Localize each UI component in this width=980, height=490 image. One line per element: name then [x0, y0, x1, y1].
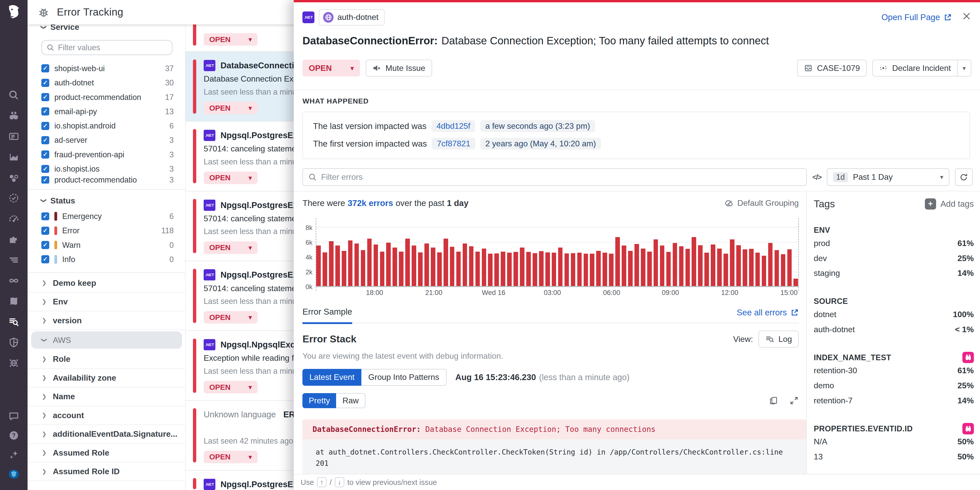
expand-icon[interactable] — [789, 396, 799, 405]
chart-bar[interactable] — [724, 254, 728, 286]
service-pill[interactable]: auth-dotnet — [319, 9, 385, 25]
status-filter-row[interactable]: ✓Error118 — [27, 224, 185, 238]
facet-name[interactable]: ❯Name — [27, 387, 185, 406]
chart-bar[interactable] — [367, 239, 372, 287]
view-log-button[interactable]: Log — [759, 331, 799, 347]
close-icon[interactable] — [962, 11, 971, 23]
checkbox-checked-icon[interactable]: ✓ — [41, 176, 49, 184]
chart-bar[interactable] — [514, 252, 518, 286]
chart-bar[interactable] — [756, 253, 760, 286]
time-range-dropdown[interactable]: 1d Past 1 Day ▾ — [827, 168, 950, 186]
facet-version[interactable]: ❯version — [27, 311, 185, 330]
checkbox-checked-icon[interactable]: ✓ — [41, 151, 49, 159]
pipelines-icon[interactable] — [0, 270, 27, 291]
facet-search-input[interactable] — [58, 43, 167, 52]
group-into-patterns-tab[interactable]: Group Into Patterns — [361, 369, 447, 386]
chart-bar[interactable] — [686, 249, 690, 286]
checkbox-checked-icon[interactable]: ✓ — [41, 165, 49, 173]
chart-bar[interactable] — [667, 252, 671, 286]
chart-bar[interactable] — [660, 246, 665, 286]
see-all-errors-link[interactable]: See all errors — [737, 308, 799, 317]
service-facet-header[interactable]: ❯ Service — [27, 24, 185, 36]
chart-bar[interactable] — [641, 249, 646, 286]
version-time-chip[interactable]: 2 years ago (May 4, 10:20 am) — [480, 138, 601, 150]
chart-bar[interactable] — [788, 249, 792, 286]
checkbox-checked-icon[interactable]: ✓ — [41, 79, 49, 87]
issue-status-dropdown[interactable]: OPEN▾ — [204, 171, 258, 184]
dashboards-icon[interactable] — [0, 126, 27, 147]
chart-bar[interactable] — [507, 253, 512, 286]
chart-bar[interactable] — [412, 246, 416, 286]
status-dropdown[interactable]: OPEN▾ — [302, 60, 360, 76]
chart-bar[interactable] — [316, 246, 321, 286]
stack-frame[interactable]: at auth_dotnet.Controllers.CheckControll… — [302, 439, 806, 478]
tag-value-row[interactable]: auth-dotnet< 1% — [814, 322, 974, 337]
code-view-icon[interactable]: </> — [812, 173, 821, 182]
chart-bar[interactable] — [456, 252, 461, 287]
chart-bar[interactable] — [546, 252, 550, 287]
metrics-icon[interactable] — [0, 147, 27, 167]
chart-bar[interactable] — [584, 254, 588, 286]
tag-value-row[interactable]: staging14% — [814, 266, 974, 281]
chart-bar[interactable] — [425, 243, 429, 287]
chart-bar[interactable] — [539, 251, 544, 286]
chart-bar[interactable] — [488, 254, 493, 286]
latest-event-tab[interactable]: Latest Event — [302, 369, 361, 386]
refresh-button[interactable] — [955, 168, 973, 186]
chart-bar[interactable] — [775, 250, 779, 287]
checkbox-checked-icon[interactable]: ✓ — [41, 136, 49, 144]
chart-bar[interactable] — [736, 245, 741, 286]
version-hash-chip[interactable]: 7cf87821 — [432, 138, 475, 150]
chart-bar[interactable] — [393, 247, 397, 287]
chart-bar[interactable] — [348, 240, 353, 286]
pretty-tab[interactable]: Pretty — [302, 393, 336, 408]
issue-status-dropdown[interactable]: OPEN▾ — [204, 33, 258, 46]
notebooks-icon[interactable] — [0, 291, 27, 312]
tag-value-row[interactable]: N/A50% — [814, 434, 974, 449]
copy-icon[interactable] — [769, 396, 778, 405]
chart-bar[interactable] — [781, 254, 786, 287]
help-icon[interactable]: ? — [0, 426, 27, 445]
chart-bar[interactable] — [552, 253, 556, 286]
chart-bar[interactable] — [615, 237, 620, 286]
facet-availability-zone[interactable]: ❯Availability zone — [27, 369, 185, 387]
issue-status-dropdown[interactable]: OPEN▾ — [204, 381, 258, 393]
service-filter-row[interactable]: ✓shopist-web-ui37 — [27, 61, 185, 76]
status-filter-row[interactable]: ✓Warn0 — [27, 238, 185, 252]
chart-bar[interactable] — [355, 243, 359, 287]
chart-bar[interactable] — [730, 239, 735, 287]
chart-bar[interactable] — [711, 244, 715, 286]
chart-bar[interactable] — [323, 252, 327, 287]
chart-bar[interactable] — [571, 253, 576, 287]
logs-icon[interactable] — [0, 250, 27, 271]
chart-bar[interactable] — [794, 279, 798, 287]
chart-bar[interactable] — [603, 253, 607, 286]
chart-bar[interactable] — [361, 250, 366, 287]
chat-icon[interactable] — [0, 406, 27, 426]
search-icon[interactable] — [0, 85, 27, 106]
service-filter-row[interactable]: ✓product-recommendation17 — [27, 90, 185, 104]
chart-bar[interactable] — [704, 253, 709, 286]
tab-error-sample[interactable]: Error Sample — [302, 307, 352, 324]
tag-value-row[interactable]: dev25% — [814, 251, 974, 266]
monitors-icon[interactable] — [0, 209, 27, 229]
chart-bar[interactable] — [590, 254, 594, 286]
facet-assumed-role-id[interactable]: ❯Assumed Role ID — [27, 463, 185, 481]
chart-bar[interactable] — [622, 246, 626, 286]
status-filter-row[interactable]: ✓Info0 — [27, 252, 185, 266]
service-filter-row[interactable]: ✓io.shopist.android6 — [27, 119, 185, 133]
service-filter-row[interactable]: ✓auth-dotnet30 — [27, 76, 185, 90]
chart-bar[interactable] — [482, 249, 487, 286]
chart-bar[interactable] — [418, 252, 423, 287]
chart-bar[interactable] — [558, 247, 563, 287]
chart-bar[interactable] — [526, 252, 531, 286]
ci-visibility-icon[interactable] — [0, 188, 27, 209]
chart-bar[interactable] — [717, 249, 722, 286]
issue-status-dropdown[interactable]: OPEN▾ — [204, 311, 258, 323]
version-time-chip[interactable]: a few seconds ago (3:23 pm) — [480, 120, 595, 132]
checkbox-checked-icon[interactable]: ✓ — [41, 93, 49, 101]
checkbox-checked-icon[interactable]: ✓ — [41, 122, 49, 130]
chart-bar[interactable] — [380, 252, 385, 287]
tag-value-row[interactable]: prod61% — [814, 236, 974, 251]
chart-bar[interactable] — [635, 244, 639, 286]
